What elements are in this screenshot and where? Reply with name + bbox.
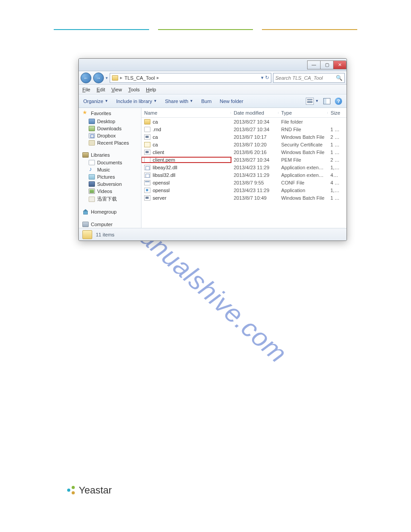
file-size: 478 KB (328, 172, 347, 178)
pictures-icon (89, 174, 95, 180)
divider-seg (54, 29, 149, 30)
search-input[interactable]: Search TLS_CA_Tool 🔍 (273, 73, 345, 83)
file-row[interactable]: openssl2013/8/7 9:55CONF File4 KB (141, 179, 347, 186)
file-size: 2 KB (328, 134, 347, 140)
sidebar-item-desktop[interactable]: Desktop (79, 118, 141, 125)
sidebar-libraries[interactable]: Libraries (79, 151, 141, 159)
sidebar-item-recent[interactable]: Recent Places (79, 139, 141, 146)
menu-bar: FFileile Edit View Tools Help (79, 85, 347, 94)
column-headers: Name Date modified Type Size (141, 108, 347, 118)
organize-button[interactable]: Organize▼ (83, 99, 108, 104)
file-size: 2 KB (328, 157, 347, 163)
menu-edit[interactable]: Edit (97, 87, 105, 92)
file-size: 1 KB (328, 127, 347, 132)
column-type[interactable]: Type (278, 110, 328, 116)
forward-button[interactable]: → (93, 73, 104, 83)
column-size[interactable]: Size (328, 110, 347, 116)
file-row[interactable]: libeay32.dll2013/4/23 11:29Application e… (141, 163, 347, 171)
sidebar-item-pictures[interactable]: Pictures (79, 173, 141, 180)
sidebar-homegroup[interactable]: Homegroup (79, 208, 141, 216)
file-icon (144, 157, 150, 163)
file-type: Security Certificate (278, 142, 328, 147)
window-controls: — ▢ ✕ (308, 60, 347, 69)
item-count: 11 items (96, 232, 115, 237)
search-icon: 🔍 (336, 75, 342, 81)
menu-help[interactable]: Help (146, 87, 156, 92)
file-type: RND File (278, 127, 328, 132)
file-row[interactable]: openssl2013/4/23 11:29Application1,645 K… (141, 186, 347, 194)
search-placeholder: Search TLS_CA_Tool (275, 75, 323, 81)
refresh-dropdown[interactable]: ▾ ↻ (261, 75, 269, 81)
help-button[interactable]: ? (335, 98, 342, 105)
file-date: 2013/4/23 11:29 (231, 172, 278, 178)
menu-tools[interactable]: Tools (128, 87, 140, 92)
file-size: 1 KB (328, 142, 347, 147)
file-icon (144, 134, 150, 140)
file-row[interactable]: libssl32.dll2013/4/23 11:29Application e… (141, 171, 347, 179)
subversion-icon (89, 181, 95, 187)
file-name: client.pem (153, 157, 175, 163)
sidebar-item-documents[interactable]: Documents (79, 159, 141, 166)
menu-file[interactable]: FFileile (82, 87, 90, 92)
column-date[interactable]: Date modified (231, 110, 278, 116)
file-row[interactable]: ca2013/8/27 10:34File folder (141, 118, 347, 125)
view-options-button[interactable]: ▼ (306, 98, 319, 105)
maximize-button[interactable]: ▢ (320, 60, 334, 69)
dropbox-icon (89, 133, 95, 138)
desktop-icon (89, 119, 95, 124)
back-button[interactable]: ← (81, 73, 91, 83)
sidebar-item-videos[interactable]: Videos (79, 188, 141, 195)
minimize-button[interactable]: — (307, 60, 321, 69)
share-with-button[interactable]: Share with▼ (165, 99, 193, 104)
file-type: Application extens... (278, 172, 328, 178)
file-date: 2013/8/7 10:17 (231, 134, 278, 140)
file-icon (144, 127, 150, 132)
file-row[interactable]: ca2013/8/7 10:17Windows Batch File2 KB (141, 133, 347, 141)
file-icon (144, 195, 150, 201)
explorer-window: — ▢ ✕ ← → ▾ ▸ TLS_CA_Tool ▸ ▾ ↻ Search T… (78, 58, 347, 241)
file-row[interactable]: server2013/8/7 10:49Windows Batch File1 … (141, 194, 347, 202)
sidebar-item-dropbox[interactable]: Dropbox (79, 132, 141, 139)
file-date: 2013/8/27 10:34 (231, 127, 278, 132)
preview-pane-button[interactable] (323, 98, 330, 104)
file-row[interactable]: client2013/8/6 20:16Windows Batch File1 … (141, 148, 347, 156)
file-name: ca (153, 119, 158, 124)
file-date: 2013/4/23 11:29 (231, 188, 278, 193)
folder-icon (82, 230, 92, 239)
logo-dots-icon (67, 486, 76, 495)
file-name: libssl32.dll (153, 172, 176, 178)
file-date: 2013/8/7 9:55 (231, 180, 278, 185)
sidebar-item-xunlei[interactable]: 迅雷下载 (79, 195, 141, 203)
address-bar[interactable]: ▸ TLS_CA_Tool ▸ ▾ ↻ (110, 73, 271, 83)
sidebar-favorites[interactable]: Favorites (79, 109, 141, 118)
burn-button[interactable]: Burn (201, 99, 211, 104)
star-icon (82, 110, 89, 116)
recent-icon (89, 140, 95, 146)
file-date: 2013/8/6 20:16 (231, 150, 278, 155)
column-name[interactable]: Name (141, 110, 231, 116)
file-name: server (153, 195, 167, 201)
include-library-button[interactable]: Include in library▼ (116, 99, 157, 104)
nav-bar: ← → ▾ ▸ TLS_CA_Tool ▸ ▾ ↻ Search TLS_CA_… (79, 71, 347, 85)
file-type: CONF File (278, 180, 328, 185)
titlebar: — ▢ ✕ (79, 59, 347, 71)
file-type: Windows Batch File (278, 150, 328, 155)
new-folder-button[interactable]: New folder (220, 99, 244, 104)
menu-view[interactable]: View (111, 87, 122, 92)
nav-pane: Favorites Desktop Downloads Dropbox Rece… (79, 108, 141, 228)
breadcrumb-folder[interactable]: TLS_CA_Tool (124, 75, 155, 81)
file-row[interactable]: .rnd2013/8/27 10:34RND File1 KB (141, 125, 347, 133)
file-row[interactable]: client.pem2013/8/27 10:34PEM File2 KB (141, 156, 347, 163)
libraries-icon (82, 152, 89, 158)
file-row[interactable]: ca2013/8/7 10:20Security Certificate1 KB (141, 141, 347, 148)
sidebar-item-music[interactable]: Music (79, 166, 141, 173)
close-button[interactable]: ✕ (333, 60, 347, 69)
sidebar-computer[interactable]: Computer (79, 220, 141, 228)
file-icon (144, 165, 150, 170)
sidebar-item-subversion[interactable]: Subversion (79, 180, 141, 188)
sidebar-item-downloads[interactable]: Downloads (79, 125, 141, 132)
file-icon (144, 142, 150, 147)
file-name: ca (153, 142, 158, 147)
history-dropdown[interactable]: ▾ (106, 76, 108, 80)
videos-icon (89, 189, 95, 194)
